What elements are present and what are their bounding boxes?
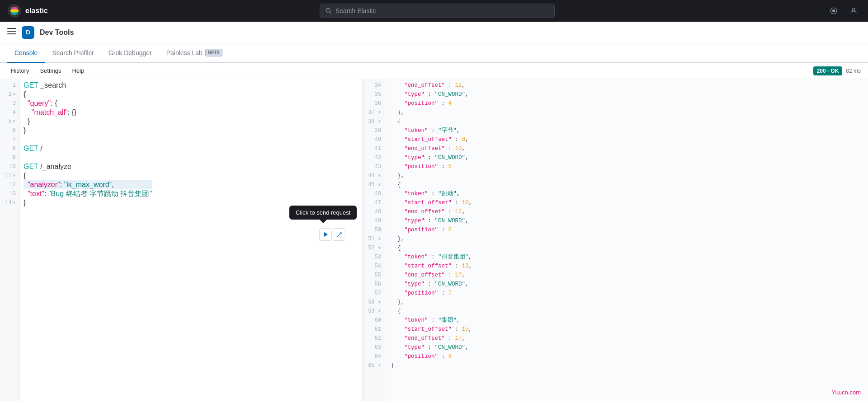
output-line-42: "type" : "CN_WORD", <box>391 153 863 162</box>
output-line-36: "position" : 4 <box>391 99 863 108</box>
svg-marker-12 <box>324 232 328 237</box>
watermark: Yuucn.com <box>832 389 861 396</box>
code-line-7 <box>24 135 152 144</box>
code-line-9 <box>24 153 152 162</box>
output-line-65: } <box>391 361 863 370</box>
output-line-43: "position" : 5 <box>391 162 863 171</box>
output-line-35: "type" : "CN_WORD", <box>391 90 863 99</box>
svg-point-8 <box>852 8 855 11</box>
code-line-8: GET / <box>24 144 152 153</box>
global-search-bar[interactable]: Search Elastic <box>320 4 555 18</box>
output-code-area[interactable]: "end_offset" : 12, "type" : "CN_WORD", "… <box>385 79 868 401</box>
output-line-47: "start_offset" : 10, <box>391 198 863 207</box>
top-navigation-bar: elastic Search Elastic <box>0 0 868 22</box>
run-request-button[interactable] <box>319 228 332 241</box>
output-line-37: }, <box>391 108 863 117</box>
panel-resize-handle[interactable]: ⋮ <box>362 79 365 401</box>
timing-badge: 82 ms <box>846 68 861 74</box>
output-line-60: "token" : "集团", <box>391 316 863 325</box>
tooltip-arrow <box>320 220 327 223</box>
send-request-tooltip: Click to send request <box>289 206 357 223</box>
tabs-navigation: Console Search Profiler Grok Debugger Pa… <box>0 43 868 63</box>
svg-rect-9 <box>7 28 16 29</box>
tab-console[interactable]: Console <box>7 44 45 63</box>
editor-lines: 1 2 3 4 5 6 7 8 9 10 11 12 13 14 GET _se… <box>0 79 156 401</box>
output-line-34: "end_offset" : 12, <box>391 81 863 90</box>
top-bar-right-actions <box>826 4 861 18</box>
editor-line-numbers: 1 2 3 4 5 6 7 8 9 10 11 12 13 14 <box>0 79 20 401</box>
svg-rect-11 <box>7 33 16 34</box>
output-line-58: }, <box>391 298 863 307</box>
toolbar-right-section: 200 - OK 82 ms <box>813 66 861 75</box>
output-line-numbers: 34 35 36 37 ▾ 38 ▾ 39 40 41 42 43 44 ▾ 4… <box>365 79 385 401</box>
status-badge: 200 - OK <box>813 66 843 75</box>
output-line-53: "token" : "抖音集团", <box>391 253 863 262</box>
beta-badge: BETA <box>205 49 222 56</box>
output-line-56: "type" : "CN_WORD", <box>391 280 863 289</box>
output-line-51: }, <box>391 234 863 244</box>
output-line-54: "start_offset" : 13, <box>391 262 863 271</box>
code-line-6: } <box>24 126 152 135</box>
notification-icon <box>830 7 838 15</box>
wrench-icon <box>336 232 342 238</box>
output-line-63: "type" : "CN_WORD", <box>391 343 863 352</box>
history-button[interactable]: History <box>7 66 33 76</box>
editor-action-buttons <box>319 228 345 241</box>
code-line-14: } <box>24 198 152 207</box>
tab-grok-debugger[interactable]: Grok Debugger <box>101 44 159 63</box>
svg-point-3 <box>10 9 19 13</box>
main-content-area: 1 2 3 4 5 6 7 8 9 10 11 12 13 14 GET _se… <box>0 79 868 401</box>
editor-panel[interactable]: 1 2 3 4 5 6 7 8 9 10 11 12 13 14 GET _se… <box>0 79 362 401</box>
help-button[interactable]: Help <box>68 66 88 76</box>
elastic-logo-icon <box>7 4 22 18</box>
output-line-59: { <box>391 307 863 316</box>
code-line-11: { <box>24 171 152 180</box>
output-line-38: { <box>391 117 863 126</box>
code-line-13: "text": "Bug 终结者 字节跳动 抖音集团" <box>24 189 152 198</box>
output-line-50: "position" : 6 <box>391 225 863 234</box>
hamburger-icon <box>7 27 16 36</box>
output-line-40: "start_offset" : 8, <box>391 135 863 144</box>
code-line-1: GET _search <box>24 81 152 90</box>
tab-search-profiler[interactable]: Search Profiler <box>45 44 101 63</box>
code-line-10: GET /_analyze <box>24 162 152 171</box>
app-bar: D Dev Tools <box>0 22 868 43</box>
output-line-46: "token" : "跳动", <box>391 189 863 198</box>
tooltip-text: Click to send request <box>289 206 357 220</box>
svg-line-5 <box>330 12 331 13</box>
output-line-49: "type" : "CN_WORD", <box>391 216 863 225</box>
output-line-48: "end_offset" : 12, <box>391 207 863 216</box>
output-line-64: "position" : 8 <box>391 352 863 361</box>
tab-painless-lab[interactable]: Painless Lab BETA <box>159 43 230 63</box>
code-line-3: "query": { <box>24 99 152 108</box>
user-avatar: D <box>22 26 34 39</box>
code-line-2: { <box>24 90 152 99</box>
play-icon <box>323 232 328 237</box>
global-search-container: Search Elastic <box>55 4 819 18</box>
output-line-45: { <box>391 180 863 189</box>
svg-point-7 <box>832 9 835 12</box>
settings-button[interactable]: Settings <box>36 66 65 76</box>
code-line-4: "match_all": {} <box>24 108 152 117</box>
svg-rect-10 <box>7 31 16 32</box>
search-icon <box>326 8 332 14</box>
code-line-5: } <box>24 117 152 126</box>
app-title: Dev Tools <box>40 28 74 37</box>
tools-button[interactable] <box>333 228 345 241</box>
output-line-52: { <box>391 244 863 253</box>
notifications-button[interactable] <box>826 4 841 18</box>
menu-toggle-button[interactable] <box>7 27 16 38</box>
output-line-44: }, <box>391 171 863 180</box>
output-line-55: "end_offset" : 17, <box>391 271 863 280</box>
output-line-62: "end_offset" : 17, <box>391 334 863 343</box>
output-line-41: "end_offset" : 10, <box>391 144 863 153</box>
console-toolbar: History Settings Help 200 - OK 82 ms <box>0 63 868 79</box>
code-line-12: "analyzer": "ik_max_word", <box>24 180 152 189</box>
output-line-61: "start_offset" : 15, <box>391 325 863 334</box>
output-line-39: "token" : "字节", <box>391 126 863 135</box>
code-editor[interactable]: GET _search { "query": { "match_all": {}… <box>20 79 156 401</box>
elastic-logo-text: elastic <box>25 7 48 15</box>
search-placeholder-text: Search Elastic <box>335 7 376 14</box>
user-menu-button[interactable] <box>846 4 861 18</box>
output-panel: 34 35 36 37 ▾ 38 ▾ 39 40 41 42 43 44 ▾ 4… <box>365 79 868 401</box>
